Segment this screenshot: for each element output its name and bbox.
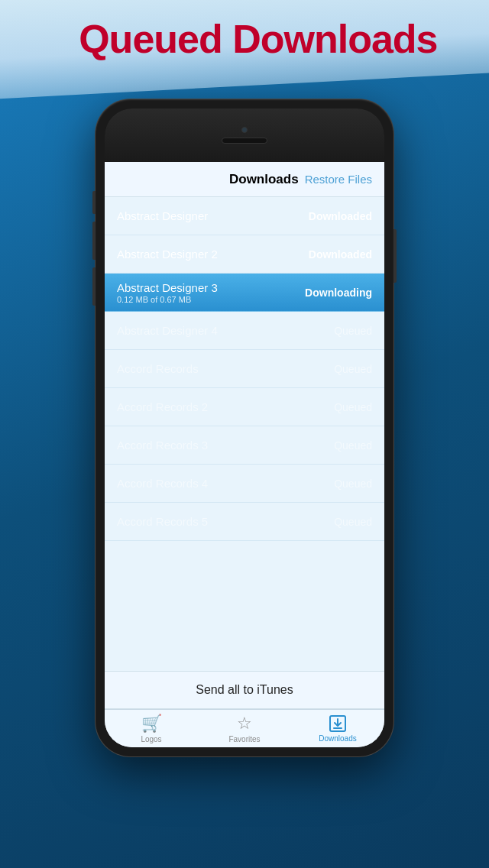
item-status: Queued: [334, 363, 372, 375]
download-item[interactable]: Accord Records 4 Queued: [105, 465, 384, 503]
nav-title: Downloads: [229, 172, 299, 187]
tab-downloads-label: Downloads: [319, 734, 356, 743]
item-status: Queued: [334, 478, 372, 490]
tab-favorites-label: Favorites: [228, 735, 260, 743]
item-name: Accord Records 2: [117, 400, 208, 413]
phone-screen: Downloads Restore Files Abstract Designe…: [105, 108, 384, 747]
tab-logos-label: Logos: [141, 735, 161, 743]
item-left: Accord Records 4: [117, 477, 208, 490]
app-screen: Downloads Restore Files Abstract Designe…: [105, 162, 384, 747]
restore-files-button[interactable]: Restore Files: [305, 173, 372, 186]
item-name: Abstract Designer: [117, 209, 208, 222]
item-left: Accord Records 3: [117, 439, 208, 452]
download-item[interactable]: Abstract Designer Downloaded: [105, 197, 384, 235]
item-left: Accord Records: [117, 362, 199, 375]
item-left: Accord Records 5: [117, 515, 208, 528]
download-list: Abstract Designer Downloaded Abstract De…: [105, 197, 384, 671]
item-left: Abstract Designer: [117, 209, 208, 222]
item-name: Accord Records 4: [117, 477, 208, 490]
item-name: Accord Records 5: [117, 515, 208, 528]
side-button-vol-up: [92, 222, 96, 260]
item-status: Queued: [334, 439, 372, 452]
item-status: Queued: [334, 401, 372, 413]
phone-frame: Downloads Restore Files Abstract Designe…: [96, 99, 393, 756]
star-icon: ☆: [237, 714, 252, 734]
phone-top-bezel: [105, 108, 384, 162]
item-left: Abstract Designer 4: [117, 324, 218, 337]
banner-title: Queued Downloads: [79, 16, 437, 62]
queued-downloads-banner: Queued Downloads: [0, 0, 489, 99]
navigation-bar: Downloads Restore Files: [105, 162, 384, 197]
item-name: Accord Records: [117, 362, 199, 375]
tab-bar: 🛒 Logos ☆ Favorites Downloads: [105, 709, 384, 747]
side-button-vol-down: [92, 267, 96, 306]
download-item[interactable]: Accord Records Queued: [105, 350, 384, 388]
item-status: Downloaded: [309, 210, 372, 222]
item-status: Downloading: [305, 287, 372, 299]
item-name: Abstract Designer 4: [117, 324, 218, 337]
item-subtext: 0.12 MB of 0.67 MB: [117, 295, 218, 304]
item-left: Abstract Designer 3 0.12 MB of 0.67 MB: [117, 281, 218, 304]
tab-downloads[interactable]: Downloads: [291, 710, 384, 747]
download-item[interactable]: Accord Records 2 Queued: [105, 388, 384, 426]
download-item[interactable]: Accord Records 3 Queued: [105, 426, 384, 465]
item-name: Accord Records 3: [117, 439, 208, 452]
item-status: Queued: [334, 516, 372, 528]
front-camera: [241, 127, 248, 133]
side-button-mute: [92, 191, 96, 214]
download-item[interactable]: Abstract Designer 2 Downloaded: [105, 235, 384, 274]
download-item[interactable]: Abstract Designer 3 0.12 MB of 0.67 MB D…: [105, 274, 384, 312]
download-item[interactable]: Abstract Designer 4 Queued: [105, 312, 384, 350]
side-button-power: [393, 229, 397, 283]
send-all-bar[interactable]: Send all to iTunes: [105, 671, 384, 709]
tab-logos[interactable]: 🛒 Logos: [105, 710, 198, 747]
item-status: Downloaded: [309, 248, 372, 261]
item-left: Accord Records 2: [117, 400, 208, 413]
cart-icon: 🛒: [141, 714, 162, 734]
item-name: Abstract Designer 3: [117, 281, 218, 294]
download-icon: [329, 715, 346, 732]
item-name: Abstract Designer 2: [117, 248, 218, 261]
tab-favorites[interactable]: ☆ Favorites: [198, 710, 291, 747]
download-item[interactable]: Accord Records 5 Queued: [105, 503, 384, 541]
item-left: Abstract Designer 2: [117, 248, 218, 261]
speaker-grille: [222, 138, 267, 144]
send-all-label: Send all to iTunes: [196, 683, 293, 697]
item-status: Queued: [334, 325, 372, 337]
